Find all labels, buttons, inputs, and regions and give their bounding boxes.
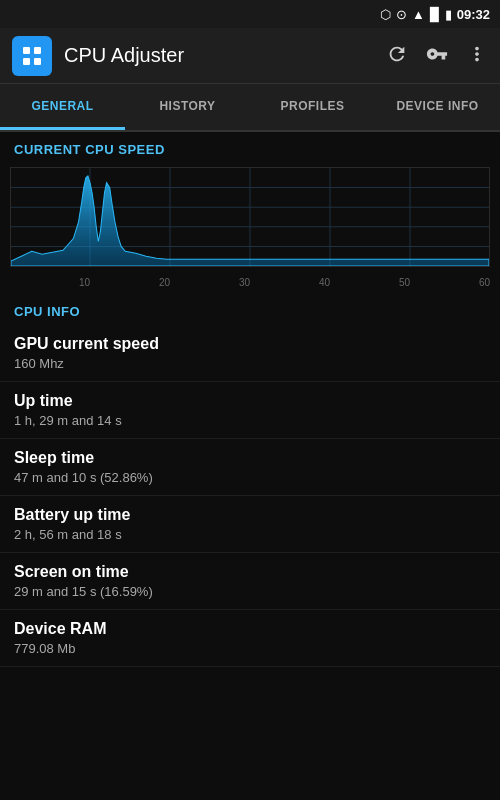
more-button[interactable] — [466, 43, 488, 69]
battery-uptime-label: Battery up time — [14, 506, 486, 524]
sleep-time-label: Sleep time — [14, 449, 486, 467]
device-ram-value: 779.08 Mb — [14, 641, 486, 656]
cpu-chart — [10, 167, 490, 267]
app-title: CPU Adjuster — [64, 44, 374, 67]
screen-on-time-label: Screen on time — [14, 563, 486, 581]
main-content: CURRENT CPU SPEED — [0, 132, 500, 800]
status-icons: ⬡ ⊙ ▲ ▉ ▮ 09:32 — [380, 7, 490, 22]
status-bar: ⬡ ⊙ ▲ ▉ ▮ 09:32 — [0, 0, 500, 28]
info-device-ram: Device RAM 779.08 Mb — [0, 610, 500, 667]
app-bar: CPU Adjuster — [0, 28, 500, 84]
tab-general[interactable]: GENERAL — [0, 84, 125, 130]
svg-rect-3 — [34, 58, 41, 65]
device-ram-label: Device RAM — [14, 620, 486, 638]
tab-profiles[interactable]: PROFILES — [250, 84, 375, 130]
info-screen-on-time: Screen on time 29 m and 15 s (16.59%) — [0, 553, 500, 610]
uptime-label: Up time — [14, 392, 486, 410]
x-label-30: 30 — [239, 277, 250, 288]
tab-history[interactable]: HISTORY — [125, 84, 250, 130]
gpu-speed-value: 160 Mhz — [14, 356, 486, 371]
screen-on-time-value: 29 m and 15 s (16.59%) — [14, 584, 486, 599]
battery-icon: ▮ — [445, 7, 452, 22]
svg-rect-0 — [23, 47, 30, 54]
cpu-info-section: CPU INFO GPU current speed 160 Mhz Up ti… — [0, 294, 500, 667]
battery-uptime-value: 2 h, 56 m and 18 s — [14, 527, 486, 542]
key-button[interactable] — [426, 43, 448, 69]
signal-icon: ▉ — [430, 7, 440, 22]
gpu-speed-label: GPU current speed — [14, 335, 486, 353]
refresh-button[interactable] — [386, 43, 408, 69]
x-label-60: 60 — [479, 277, 490, 288]
cpu-speed-header: CURRENT CPU SPEED — [0, 132, 500, 163]
toolbar-actions — [386, 43, 488, 69]
bluetooth-icon: ⬡ — [380, 7, 391, 22]
x-label-10: 10 — [79, 277, 90, 288]
x-label-20: 20 — [159, 277, 170, 288]
tab-bar: GENERAL HISTORY PROFILES DEVICE INFO — [0, 84, 500, 132]
status-time: 09:32 — [457, 7, 490, 22]
app-icon — [12, 36, 52, 76]
svg-rect-2 — [23, 58, 30, 65]
wifi-icon: ▲ — [412, 7, 425, 22]
info-uptime: Up time 1 h, 29 m and 14 s — [0, 382, 500, 439]
sleep-time-value: 47 m and 10 s (52.86%) — [14, 470, 486, 485]
tab-device-info[interactable]: DEVICE INFO — [375, 84, 500, 130]
uptime-value: 1 h, 29 m and 14 s — [14, 413, 486, 428]
cpu-info-header: CPU INFO — [0, 294, 500, 325]
info-battery-uptime: Battery up time 2 h, 56 m and 18 s — [0, 496, 500, 553]
chart-x-labels: 10 20 30 40 50 60 — [0, 275, 500, 288]
x-label-40: 40 — [319, 277, 330, 288]
info-gpu-speed: GPU current speed 160 Mhz — [0, 325, 500, 382]
svg-rect-1 — [34, 47, 41, 54]
x-label-50: 50 — [399, 277, 410, 288]
info-sleep-time: Sleep time 47 m and 10 s (52.86%) — [0, 439, 500, 496]
clock-icon: ⊙ — [396, 7, 407, 22]
